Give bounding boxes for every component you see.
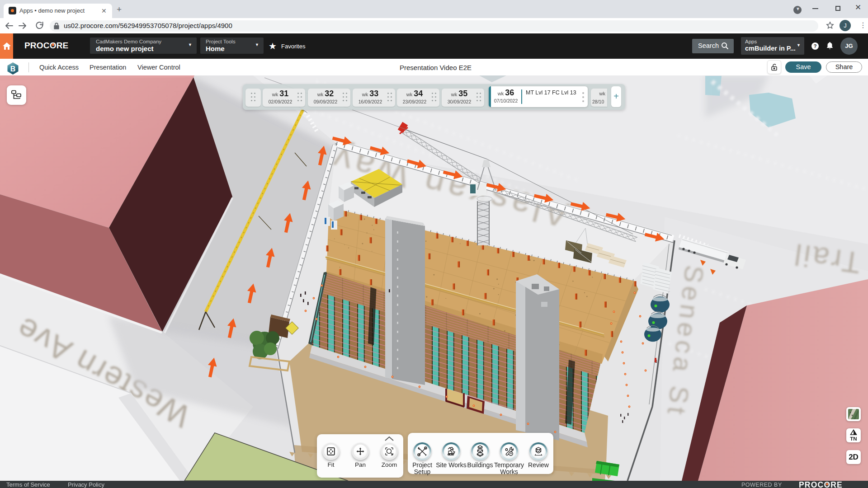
svg-text:B: B (10, 65, 16, 73)
svg-text:TN: TN (850, 436, 857, 441)
